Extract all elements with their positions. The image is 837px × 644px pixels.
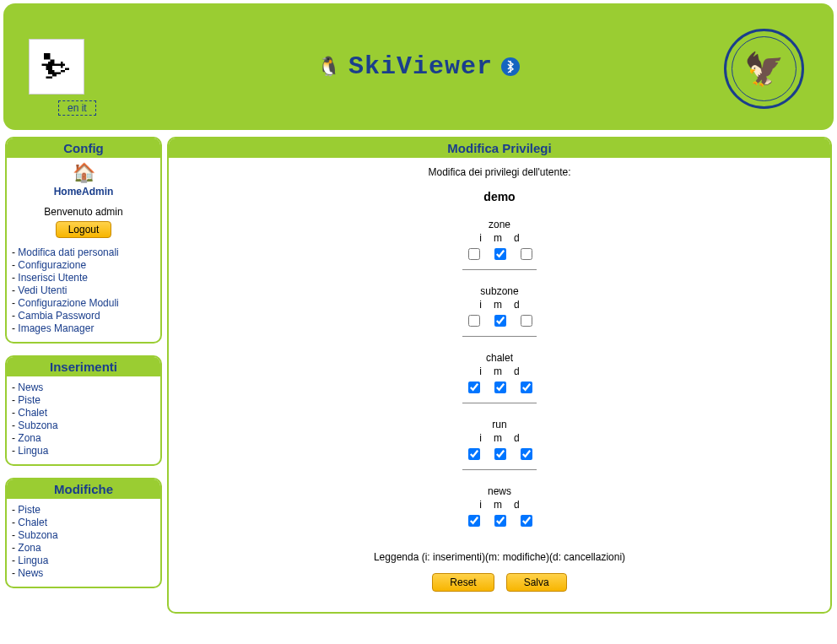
inserimenti-link-1[interactable]: Piste [18, 394, 40, 406]
priv-zone-d-checkbox[interactable] [521, 248, 532, 260]
welcome-text: Benvenuto admin [12, 206, 155, 218]
header: ⛷ en it 🐧 SkiViewer 🦅 [3, 3, 834, 130]
inserimenti-link-5[interactable]: Lingua [18, 445, 48, 457]
reset-button[interactable]: Reset [432, 573, 494, 592]
imd-header: imd [462, 432, 537, 444]
inserimenti-title: Inserimenti [7, 357, 160, 376]
priv-group-title: zone [462, 219, 537, 230]
config-item: - Images Manager [12, 322, 155, 334]
main-panel: Modifica Privilegi Modifica dei privileg… [167, 137, 832, 614]
logout-button[interactable]: Logout [56, 221, 112, 238]
inserimenti-link-2[interactable]: Chalet [18, 407, 47, 419]
priv-chalet-m-checkbox[interactable] [494, 382, 506, 393]
col-label: m [494, 365, 502, 377]
inserimenti-link-0[interactable]: News [18, 382, 43, 393]
config-item: - Vedi Utenti [12, 284, 155, 296]
priv-group-news: newsimd [462, 485, 537, 536]
config-panel: Config 🏠 HomeAdmin Benvenuto admin Logou… [5, 137, 162, 344]
modifiche-link-5[interactable]: News [18, 567, 43, 579]
priv-news-m-checkbox[interactable] [494, 515, 506, 527]
col-label: i [479, 299, 482, 311]
modifiche-item: - Piste [12, 504, 155, 516]
checkbox-row [462, 312, 537, 337]
target-username: demo [169, 190, 830, 203]
university-seal-icon: 🦅 [724, 29, 804, 109]
priv-zone-m-checkbox[interactable] [494, 248, 506, 260]
col-label: d [514, 432, 520, 444]
inserimenti-item: - Chalet [12, 407, 155, 419]
inserimenti-item: - Lingua [12, 445, 155, 457]
priv-run-d-checkbox[interactable] [521, 448, 532, 460]
modifiche-item: - Zona [12, 542, 155, 554]
config-link-6[interactable]: Images Manager [18, 322, 94, 334]
inserimenti-menu: - News- Piste- Chalet- Subzona- Zona- Li… [7, 376, 160, 464]
priv-zone-i-checkbox[interactable] [468, 248, 480, 260]
config-link-4[interactable]: Configurazione Moduli [18, 297, 118, 309]
config-link-5[interactable]: Cambia Password [18, 310, 100, 322]
imd-header: imd [462, 299, 537, 311]
modifiche-panel: Modifiche - Piste- Chalet- Subzona- Zona… [5, 478, 162, 588]
config-item: - Cambia Password [12, 310, 155, 322]
config-item: - Configurazione [12, 259, 155, 271]
config-link-2[interactable]: Inserisci Utente [18, 272, 88, 284]
priv-news-d-checkbox[interactable] [521, 515, 532, 527]
inserimenti-item: - News [12, 382, 155, 393]
col-label: d [514, 299, 520, 311]
imd-header: imd [462, 499, 537, 511]
privileges-groups: zoneimdsubzoneimdchaletimdrunimdnewsimd [169, 203, 830, 536]
modifiche-item: - Lingua [12, 555, 155, 566]
modifiche-item: - Subzona [12, 529, 155, 541]
inserimenti-link-3[interactable]: Subzona [18, 419, 57, 431]
save-button[interactable]: Salva [506, 573, 567, 592]
page-title: Modifica Privilegi [169, 138, 830, 158]
col-label: i [479, 232, 482, 244]
home-admin-link[interactable]: HomeAdmin [12, 186, 155, 198]
priv-news-i-checkbox[interactable] [468, 515, 480, 527]
priv-chalet-d-checkbox[interactable] [521, 382, 532, 393]
config-item: - Inserisci Utente [12, 272, 155, 284]
priv-run-m-checkbox[interactable] [494, 448, 506, 460]
imd-header: imd [462, 365, 537, 377]
priv-group-zone: zoneimd [462, 219, 537, 270]
config-link-0[interactable]: Modifica dati personali [18, 246, 118, 258]
priv-group-run: runimd [462, 419, 537, 470]
config-item: - Modifica dati personali [12, 246, 155, 258]
col-label: m [494, 232, 502, 244]
col-label: d [514, 232, 520, 244]
config-item: - Configurazione Moduli [12, 297, 155, 309]
modifiche-link-2[interactable]: Subzona [18, 529, 57, 541]
title-wrap: 🐧 SkiViewer [3, 3, 834, 130]
col-label: m [494, 432, 502, 444]
modifiche-title: Modifiche [7, 479, 160, 499]
priv-subzone-i-checkbox[interactable] [468, 315, 480, 327]
app-title: SkiViewer [348, 52, 493, 81]
config-link-3[interactable]: Vedi Utenti [18, 284, 67, 296]
bluetooth-icon [501, 57, 520, 76]
priv-subzone-m-checkbox[interactable] [494, 315, 506, 327]
modifiche-item: - News [12, 567, 155, 579]
config-menu: - Modifica dati personali- Configurazion… [12, 246, 155, 334]
checkbox-row [462, 446, 537, 470]
col-label: d [514, 499, 520, 511]
inserimenti-link-4[interactable]: Zona [18, 432, 40, 444]
config-title: Config [7, 138, 160, 158]
priv-run-i-checkbox[interactable] [468, 448, 480, 460]
checkbox-row [462, 246, 537, 270]
modifiche-link-0[interactable]: Piste [18, 504, 40, 516]
sidebar: Config 🏠 HomeAdmin Benvenuto admin Logou… [5, 137, 162, 588]
col-label: i [479, 365, 482, 377]
col-label: i [479, 499, 482, 511]
modifiche-link-1[interactable]: Chalet [18, 517, 47, 528]
priv-group-title: run [462, 419, 537, 430]
modifiche-link-4[interactable]: Lingua [18, 555, 48, 566]
priv-chalet-i-checkbox[interactable] [468, 382, 480, 393]
home-icon[interactable]: 🏠 [73, 162, 95, 184]
priv-subzone-d-checkbox[interactable] [521, 315, 532, 327]
checkbox-row [462, 512, 537, 536]
config-link-1[interactable]: Configurazione [18, 259, 86, 271]
inserimenti-item: - Zona [12, 432, 155, 444]
priv-group-title: subzone [462, 285, 537, 297]
modifiche-link-3[interactable]: Zona [18, 542, 40, 554]
main: Modifica Privilegi Modifica dei privileg… [167, 137, 832, 614]
priv-group-chalet: chaletimd [462, 352, 537, 403]
